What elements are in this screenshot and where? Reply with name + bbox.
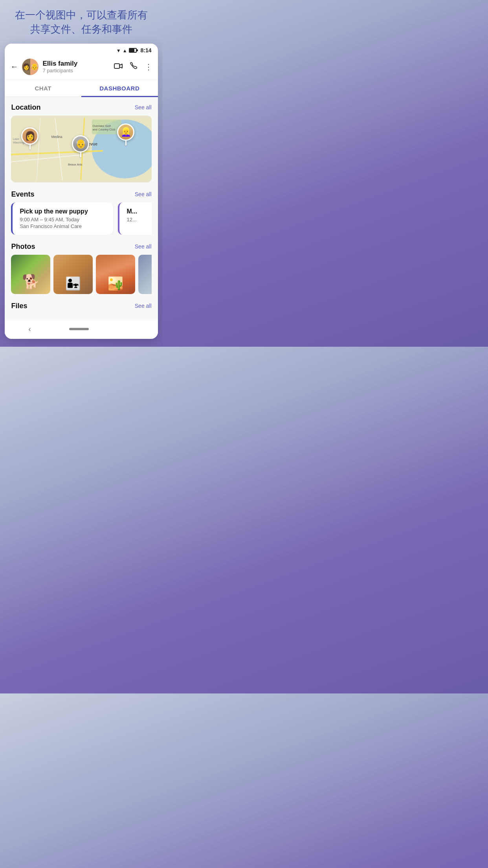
photo-thumb-4[interactable] <box>138 255 151 294</box>
events-section: Events See all Pick up the new puppy 9:0… <box>11 190 151 235</box>
event-title-2: M... <box>127 208 151 215</box>
pin-tail-1 <box>29 145 31 149</box>
more-options-icon[interactable]: ⋮ <box>145 62 152 72</box>
pin-avatar-1: 👩 <box>21 127 39 145</box>
event-location-1: San Francisco Animal Care <box>20 223 108 229</box>
location-see-all[interactable]: See all <box>135 104 152 110</box>
map-background: Bellevue Medina Beaux Arts Overlake Golf… <box>11 116 151 182</box>
photos-grid <box>11 255 151 294</box>
group-name: Ellis family <box>42 60 114 68</box>
back-button[interactable]: ← <box>10 62 22 71</box>
status-icons <box>116 47 137 54</box>
status-time: 8:14 <box>141 47 152 53</box>
video-call-icon[interactable] <box>114 62 123 71</box>
tab-bar: CHAT DASHBOARD <box>5 79 158 97</box>
location-title: Location <box>11 103 40 112</box>
location-section: Location See all <box>11 103 151 182</box>
photos-section: Photos See all <box>11 243 151 294</box>
events-section-header: Events See all <box>11 190 151 199</box>
phone-card: 8:14 ← 👩 👴 Ellis family 7 participants <box>5 44 158 339</box>
svg-text:Medina: Medina <box>51 135 62 139</box>
event-title-1: Pick up the new puppy <box>20 208 108 215</box>
files-section: Files See all <box>11 302 151 310</box>
photos-section-header: Photos See all <box>11 243 151 251</box>
background-title: 在一个视图中，可以查看所有共享文件、任务和事件 <box>0 0 163 44</box>
group-participants: 7 participants <box>42 68 114 74</box>
photo-thumb-2[interactable] <box>53 255 93 294</box>
location-section-header: Location See all <box>11 103 151 112</box>
tab-chat[interactable]: CHAT <box>5 79 81 96</box>
tab-dashboard[interactable]: DASHBOARD <box>81 79 158 96</box>
chat-header: ← 👩 👴 Ellis family 7 participants <box>5 55 158 79</box>
battery-fill <box>130 49 135 52</box>
header-actions: ⋮ <box>114 62 152 72</box>
map-pin-2[interactable]: 👴 <box>72 135 89 157</box>
svg-text:Beaux Arts: Beaux Arts <box>68 163 82 166</box>
svg-text:Overlake Golf: Overlake Golf <box>93 124 111 128</box>
map-pin-1[interactable]: 👩 <box>21 127 39 149</box>
events-see-all[interactable]: See all <box>135 191 152 197</box>
photo-thumb-1[interactable] <box>11 255 50 294</box>
avatar-half-2: 👴 <box>30 59 39 75</box>
event-time-1: 9:00 AM – 9:45 AM, Today <box>20 217 108 223</box>
pin-avatar-2: 👴 <box>72 135 89 153</box>
event-time-2: 12... <box>127 217 151 223</box>
group-info: Ellis family 7 participants <box>42 60 114 74</box>
svg-rect-0 <box>114 64 119 68</box>
events-scroll: Pick up the new puppy 9:00 AM – 9:45 AM,… <box>11 202 151 235</box>
svg-text:and Country Club: and Country Club <box>93 128 116 131</box>
bottom-bar: ‹ <box>5 320 158 339</box>
battery-icon <box>129 48 137 53</box>
files-section-header: Files See all <box>11 302 151 310</box>
files-title: Files <box>11 302 27 310</box>
photos-title: Photos <box>11 243 35 251</box>
map-pin-3[interactable]: 👱‍♀️ <box>117 123 134 145</box>
event-card-1[interactable]: Pick up the new puppy 9:00 AM – 9:45 AM,… <box>11 202 113 235</box>
phone-call-icon[interactable] <box>130 62 138 72</box>
map-container[interactable]: Bellevue Medina Beaux Arts Overlake Golf… <box>11 116 151 182</box>
wifi-icon <box>116 47 121 54</box>
group-avatar: 👩 👴 <box>22 59 39 75</box>
event-card-2[interactable]: M... 12... <box>118 202 151 235</box>
pin-tail-3 <box>125 141 127 145</box>
pin-avatar-3: 👱‍♀️ <box>117 123 134 141</box>
files-see-all[interactable]: See all <box>135 303 152 309</box>
photos-see-all[interactable]: See all <box>135 243 152 250</box>
photo-thumb-3[interactable] <box>96 255 135 294</box>
events-title: Events <box>11 190 34 199</box>
status-bar: 8:14 <box>5 44 158 55</box>
dashboard-content: Location See all <box>5 97 158 320</box>
bottom-handle[interactable] <box>69 328 89 330</box>
pin-tail-2 <box>80 153 81 157</box>
signal-icon <box>123 47 127 54</box>
avatar-half-1: 👩 <box>22 59 30 75</box>
svg-text:Lake: Lake <box>13 137 19 140</box>
bottom-chevron-icon[interactable]: ‹ <box>28 325 31 333</box>
